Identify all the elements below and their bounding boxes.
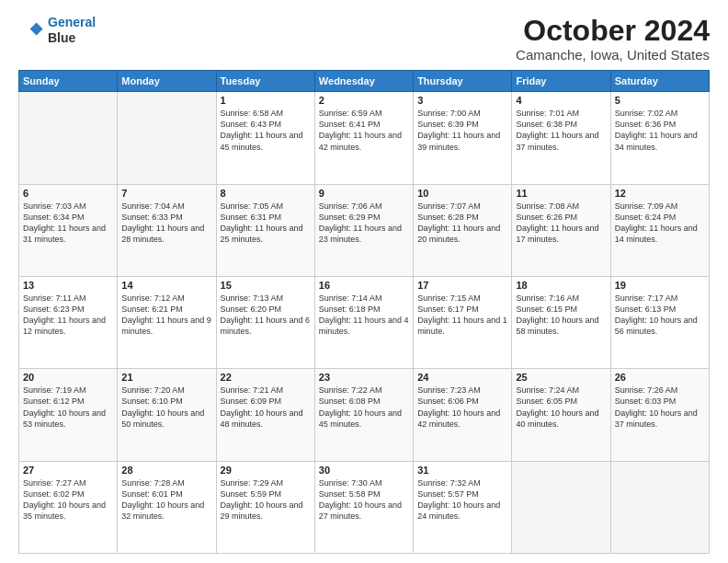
day-number: 13 (23, 280, 113, 291)
day-info: Sunrise: 7:24 AM Sunset: 6:05 PM Dayligh… (516, 385, 606, 430)
calendar-cell: 24Sunrise: 7:23 AM Sunset: 6:06 PM Dayli… (414, 369, 512, 461)
calendar-cell: 5Sunrise: 7:02 AM Sunset: 6:36 PM Daylig… (610, 92, 709, 184)
day-number: 4 (516, 95, 606, 106)
logo-line1: General (48, 15, 96, 29)
day-number: 16 (319, 280, 409, 291)
calendar-cell: 27Sunrise: 7:27 AM Sunset: 6:02 PM Dayli… (19, 461, 118, 553)
day-number: 23 (319, 372, 409, 383)
day-info: Sunrise: 7:12 AM Sunset: 6:21 PM Dayligh… (121, 293, 211, 338)
calendar-cell: 8Sunrise: 7:05 AM Sunset: 6:31 PM Daylig… (216, 184, 314, 276)
logo-text: General Blue (48, 15, 96, 46)
weekday-header-monday: Monday (118, 71, 216, 92)
weekday-header-saturday: Saturday (610, 71, 709, 92)
calendar-cell: 6Sunrise: 7:03 AM Sunset: 6:34 PM Daylig… (19, 184, 118, 276)
calendar-cell: 22Sunrise: 7:21 AM Sunset: 6:09 PM Dayli… (216, 369, 314, 461)
day-info: Sunrise: 7:08 AM Sunset: 6:26 PM Dayligh… (516, 201, 606, 246)
day-info: Sunrise: 7:13 AM Sunset: 6:20 PM Dayligh… (221, 293, 311, 338)
week-row-5: 27Sunrise: 7:27 AM Sunset: 6:02 PM Dayli… (19, 461, 710, 553)
calendar-cell: 14Sunrise: 7:12 AM Sunset: 6:21 PM Dayli… (118, 276, 216, 368)
day-number: 30 (319, 465, 409, 476)
calendar-cell: 20Sunrise: 7:19 AM Sunset: 6:12 PM Dayli… (19, 369, 118, 461)
calendar-cell: 7Sunrise: 7:04 AM Sunset: 6:33 PM Daylig… (118, 184, 216, 276)
day-info: Sunrise: 7:16 AM Sunset: 6:15 PM Dayligh… (516, 293, 606, 338)
calendar-cell: 25Sunrise: 7:24 AM Sunset: 6:05 PM Dayli… (512, 369, 610, 461)
day-info: Sunrise: 7:03 AM Sunset: 6:34 PM Dayligh… (23, 201, 113, 246)
calendar-cell: 31Sunrise: 7:32 AM Sunset: 5:57 PM Dayli… (414, 461, 512, 553)
calendar-cell: 17Sunrise: 7:15 AM Sunset: 6:17 PM Dayli… (414, 276, 512, 368)
day-info: Sunrise: 7:27 AM Sunset: 6:02 PM Dayligh… (23, 477, 113, 523)
calendar-subtitle: Camanche, Iowa, United States (516, 47, 710, 63)
calendar-cell: 19Sunrise: 7:17 AM Sunset: 6:13 PM Dayli… (610, 276, 709, 368)
day-number: 24 (417, 372, 507, 383)
day-number: 8 (221, 188, 311, 199)
day-info: Sunrise: 7:02 AM Sunset: 6:36 PM Dayligh… (615, 108, 705, 153)
day-number: 20 (23, 372, 113, 383)
calendar-cell: 11Sunrise: 7:08 AM Sunset: 6:26 PM Dayli… (512, 184, 610, 276)
day-info: Sunrise: 7:23 AM Sunset: 6:06 PM Dayligh… (417, 385, 507, 430)
day-number: 1 (221, 95, 311, 106)
calendar-cell: 29Sunrise: 7:29 AM Sunset: 5:59 PM Dayli… (216, 461, 314, 553)
day-number: 10 (417, 188, 507, 199)
calendar-cell: 28Sunrise: 7:28 AM Sunset: 6:01 PM Dayli… (118, 461, 216, 553)
day-number: 14 (121, 280, 211, 291)
day-info: Sunrise: 6:58 AM Sunset: 6:43 PM Dayligh… (221, 108, 311, 153)
calendar-cell: 26Sunrise: 7:26 AM Sunset: 6:03 PM Dayli… (610, 369, 709, 461)
day-info: Sunrise: 7:29 AM Sunset: 5:59 PM Dayligh… (221, 477, 311, 523)
day-info: Sunrise: 7:07 AM Sunset: 6:28 PM Dayligh… (417, 201, 507, 246)
day-info: Sunrise: 7:26 AM Sunset: 6:03 PM Dayligh… (615, 385, 705, 430)
calendar-cell: 15Sunrise: 7:13 AM Sunset: 6:20 PM Dayli… (216, 276, 314, 368)
day-number: 25 (516, 372, 606, 383)
weekday-header-tuesday: Tuesday (216, 71, 314, 92)
calendar-cell: 10Sunrise: 7:07 AM Sunset: 6:28 PM Dayli… (414, 184, 512, 276)
day-number: 7 (121, 188, 211, 199)
day-number: 11 (516, 188, 606, 199)
day-number: 9 (319, 188, 409, 199)
calendar-cell: 21Sunrise: 7:20 AM Sunset: 6:10 PM Dayli… (118, 369, 216, 461)
day-info: Sunrise: 7:11 AM Sunset: 6:23 PM Dayligh… (23, 293, 113, 338)
day-info: Sunrise: 7:19 AM Sunset: 6:12 PM Dayligh… (23, 385, 113, 430)
day-info: Sunrise: 6:59 AM Sunset: 6:41 PM Dayligh… (319, 108, 409, 153)
calendar-cell: 4Sunrise: 7:01 AM Sunset: 6:38 PM Daylig… (512, 92, 610, 184)
calendar-cell: 23Sunrise: 7:22 AM Sunset: 6:08 PM Dayli… (314, 369, 413, 461)
day-info: Sunrise: 7:04 AM Sunset: 6:33 PM Dayligh… (121, 201, 211, 246)
day-number: 3 (417, 95, 507, 106)
day-number: 21 (121, 372, 211, 383)
day-info: Sunrise: 7:15 AM Sunset: 6:17 PM Dayligh… (417, 293, 507, 338)
calendar-cell: 13Sunrise: 7:11 AM Sunset: 6:23 PM Dayli… (19, 276, 118, 368)
day-info: Sunrise: 7:22 AM Sunset: 6:08 PM Dayligh… (319, 385, 409, 430)
day-number: 17 (417, 280, 507, 291)
day-number: 26 (615, 372, 705, 383)
calendar-cell: 18Sunrise: 7:16 AM Sunset: 6:15 PM Dayli… (512, 276, 610, 368)
logo-line2: Blue (48, 30, 96, 46)
day-info: Sunrise: 7:06 AM Sunset: 6:29 PM Dayligh… (319, 201, 409, 246)
day-info: Sunrise: 7:14 AM Sunset: 6:18 PM Dayligh… (319, 293, 409, 338)
weekday-header-wednesday: Wednesday (314, 71, 413, 92)
logo-icon (18, 17, 44, 43)
calendar-cell (19, 92, 118, 184)
calendar-cell: 9Sunrise: 7:06 AM Sunset: 6:29 PM Daylig… (314, 184, 413, 276)
calendar-table: SundayMondayTuesdayWednesdayThursdayFrid… (18, 70, 710, 554)
calendar-cell: 30Sunrise: 7:30 AM Sunset: 5:58 PM Dayli… (314, 461, 413, 553)
calendar-cell: 2Sunrise: 6:59 AM Sunset: 6:41 PM Daylig… (314, 92, 413, 184)
calendar-cell (610, 461, 709, 553)
day-number: 18 (516, 280, 606, 291)
day-number: 31 (417, 465, 507, 476)
week-row-4: 20Sunrise: 7:19 AM Sunset: 6:12 PM Dayli… (19, 369, 710, 461)
day-info: Sunrise: 7:30 AM Sunset: 5:58 PM Dayligh… (319, 477, 409, 523)
weekday-header-thursday: Thursday (414, 71, 512, 92)
header: General Blue October 2024 Camanche, Iowa… (18, 15, 710, 63)
weekday-header-friday: Friday (512, 71, 610, 92)
calendar-cell: 3Sunrise: 7:00 AM Sunset: 6:39 PM Daylig… (414, 92, 512, 184)
day-number: 19 (615, 280, 705, 291)
day-number: 27 (23, 465, 113, 476)
day-info: Sunrise: 7:28 AM Sunset: 6:01 PM Dayligh… (121, 477, 211, 523)
day-number: 12 (615, 188, 705, 199)
week-row-1: 1Sunrise: 6:58 AM Sunset: 6:43 PM Daylig… (19, 92, 710, 184)
calendar-cell: 12Sunrise: 7:09 AM Sunset: 6:24 PM Dayli… (610, 184, 709, 276)
day-info: Sunrise: 7:20 AM Sunset: 6:10 PM Dayligh… (121, 385, 211, 430)
week-row-2: 6Sunrise: 7:03 AM Sunset: 6:34 PM Daylig… (19, 184, 710, 276)
day-info: Sunrise: 7:17 AM Sunset: 6:13 PM Dayligh… (615, 293, 705, 338)
calendar-cell (512, 461, 610, 553)
calendar-cell: 1Sunrise: 6:58 AM Sunset: 6:43 PM Daylig… (216, 92, 314, 184)
svg-marker-0 (30, 22, 43, 35)
